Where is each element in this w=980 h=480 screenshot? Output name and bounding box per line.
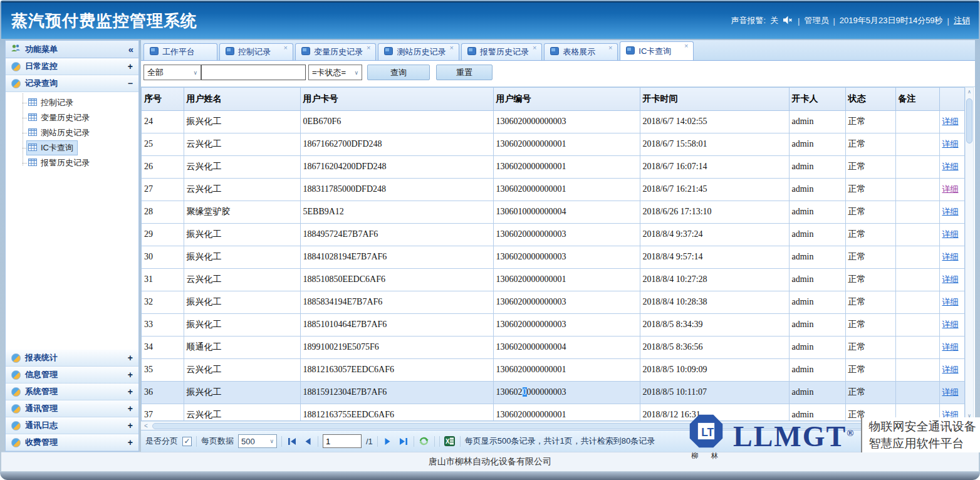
- sidebar-group[interactable]: 收费管理 +: [6, 434, 138, 451]
- sidebar-group-label: 通讯日志: [25, 420, 58, 431]
- table-row[interactable]: 27 云兴化工 188311785000DFD248 1306020000000…: [142, 178, 964, 201]
- column-header[interactable]: 序号: [142, 88, 184, 110]
- card-status-select[interactable]: =卡状态= ∨: [308, 65, 362, 80]
- refresh-icon[interactable]: [419, 436, 430, 447]
- tab[interactable]: 控制记录 ×: [219, 43, 293, 60]
- tab[interactable]: 测站历史记录 ×: [378, 43, 459, 60]
- sound-alarm-state[interactable]: 关: [770, 15, 778, 26]
- column-header[interactable]: 用户姓名: [184, 88, 300, 110]
- page-number-input[interactable]: [323, 434, 362, 448]
- table-row[interactable]: 31 云兴化工 188510850EEDC6AF6 13060200000000…: [142, 268, 964, 291]
- close-icon[interactable]: ×: [533, 44, 536, 51]
- column-header[interactable]: 状态: [845, 88, 895, 110]
- detail-link[interactable]: 详细: [942, 184, 959, 194]
- table-row[interactable]: 34 顺通化工 1899100219E5075F6 13060200000000…: [142, 336, 964, 358]
- detail-link[interactable]: 详细: [942, 342, 959, 352]
- cell-operator: admin: [789, 223, 845, 246]
- sidebar-group-label: 通讯管理: [25, 403, 58, 414]
- detail-link[interactable]: 详细: [942, 162, 959, 171]
- table-row[interactable]: 24 振兴化工 0EB670F6 1306020000000003 2018/6…: [142, 110, 964, 133]
- per-page-select[interactable]: 500 ∨: [238, 434, 277, 448]
- expand-toggle-icon[interactable]: +: [128, 404, 133, 414]
- detail-link[interactable]: 详细: [942, 229, 959, 239]
- tab[interactable]: 表格展示 ×: [544, 43, 618, 60]
- tab[interactable]: 变量历史记录 ×: [295, 43, 376, 60]
- detail-link[interactable]: 详细: [942, 207, 959, 216]
- expand-toggle-icon[interactable]: +: [128, 437, 133, 447]
- detail-link[interactable]: 详细: [942, 274, 959, 284]
- logout-link[interactable]: 注销: [954, 15, 970, 26]
- cell-detail: 详细: [939, 381, 964, 404]
- sidebar-group[interactable]: 日常监控 +: [6, 58, 138, 75]
- expand-toggle-icon[interactable]: +: [128, 353, 133, 363]
- vertical-scroll-thumb[interactable]: [966, 98, 972, 143]
- sidebar-group[interactable]: 信息管理 +: [6, 367, 138, 383]
- detail-link[interactable]: 详细: [942, 117, 959, 126]
- sidebar-group[interactable]: 通讯管理 +: [6, 400, 138, 417]
- table-row[interactable]: 32 振兴化工 1885834194E7B7AF6 13060200000000…: [142, 291, 964, 313]
- next-page-button[interactable]: [382, 436, 394, 447]
- table-row[interactable]: 30 振兴化工 18841028194E7B7AF6 1306020000000…: [142, 246, 964, 268]
- speaker-muted-icon[interactable]: [783, 16, 793, 26]
- search-button[interactable]: 查询: [367, 65, 430, 80]
- column-header[interactable]: 用户编号: [493, 88, 640, 110]
- reset-button[interactable]: 重置: [436, 65, 493, 80]
- cell-remark: [895, 268, 939, 291]
- field-select[interactable]: 全部 ∨: [143, 65, 201, 80]
- sidebar-item[interactable]: IC卡查询: [6, 140, 138, 155]
- detail-link[interactable]: 详细: [942, 297, 959, 306]
- table-row[interactable]: 26 云兴化工 186716204200DFD248 1306020000000…: [142, 155, 964, 178]
- expand-toggle-icon[interactable]: +: [128, 61, 133, 71]
- expand-toggle-icon[interactable]: +: [128, 387, 133, 397]
- first-page-button[interactable]: [286, 436, 298, 447]
- tab[interactable]: 报警历史记录 ×: [461, 43, 542, 60]
- tab[interactable]: 工作平台: [143, 43, 217, 60]
- scroll-left-icon[interactable]: <: [141, 422, 151, 430]
- table-row[interactable]: 36 振兴化工 18815912304E7B7AF6 1306020000000…: [142, 381, 964, 404]
- sidebar-item[interactable]: 测站历史记录: [6, 125, 138, 140]
- column-header[interactable]: 开卡人: [789, 88, 845, 110]
- export-excel-icon[interactable]: X: [444, 436, 456, 447]
- vertical-scrollbar[interactable]: ∧ ∨: [965, 87, 974, 421]
- close-icon[interactable]: ×: [284, 44, 288, 51]
- logo-cn-name: 柳 林: [689, 451, 726, 461]
- collapse-sidebar-icon[interactable]: «: [128, 44, 133, 55]
- column-header[interactable]: [939, 88, 964, 110]
- previous-page-button[interactable]: [302, 436, 313, 447]
- close-icon[interactable]: ×: [367, 44, 370, 51]
- table-row[interactable]: 28 聚缘堂驴胶 5EBB9A12 1306010000000004 2018/…: [142, 201, 964, 223]
- expand-toggle-icon[interactable]: −: [128, 78, 133, 88]
- close-icon[interactable]: ×: [449, 44, 453, 51]
- sidebar-item[interactable]: 控制记录: [6, 95, 138, 110]
- table-row[interactable]: 33 振兴化工 18851010464E7B7AF6 1306020000000…: [142, 313, 964, 336]
- sidebar-group[interactable]: 系统管理 +: [6, 383, 138, 400]
- column-header[interactable]: 备注: [895, 88, 939, 110]
- detail-link[interactable]: 详细: [942, 365, 959, 374]
- detail-link[interactable]: 详细: [942, 252, 959, 261]
- column-header[interactable]: 开卡时间: [640, 88, 789, 110]
- tab-icon: [384, 47, 393, 57]
- column-header[interactable]: 用户卡号: [300, 88, 493, 110]
- sidebar-group[interactable]: 记录查询 −: [6, 75, 138, 92]
- keyword-input[interactable]: [201, 65, 306, 80]
- expand-toggle-icon[interactable]: +: [128, 420, 133, 430]
- table-row[interactable]: 29 振兴化工 188495724E7B7AF6 130602000000000…: [142, 223, 964, 246]
- paginate-checkbox[interactable]: ✓: [182, 437, 192, 446]
- table-row[interactable]: 25 云兴化工 18671662700DFD248 13060200000000…: [142, 133, 964, 155]
- sidebar-group[interactable]: 报表统计 +: [6, 350, 138, 367]
- sidebar-group[interactable]: 通讯日志 +: [6, 417, 138, 434]
- last-page-button[interactable]: [398, 436, 409, 447]
- tab[interactable]: IC卡查询 ×: [620, 41, 694, 60]
- scroll-up-icon[interactable]: ∧: [967, 88, 971, 97]
- cell-user-id: 1306020000000001: [493, 268, 640, 291]
- close-icon[interactable]: ×: [608, 44, 612, 51]
- sidebar-item[interactable]: 变量历史记录: [6, 110, 138, 125]
- detail-link[interactable]: 详细: [942, 387, 959, 397]
- cell-card-number: 186716204200DFD248: [300, 155, 493, 178]
- table-row[interactable]: 35 云兴化工 18812163057EEDC6AF6 130602000000…: [142, 358, 964, 381]
- sidebar-item[interactable]: 报警历史记录: [6, 155, 138, 170]
- close-icon[interactable]: ×: [684, 43, 688, 50]
- detail-link[interactable]: 详细: [942, 320, 959, 329]
- detail-link[interactable]: 详细: [942, 139, 959, 149]
- expand-toggle-icon[interactable]: +: [128, 370, 133, 380]
